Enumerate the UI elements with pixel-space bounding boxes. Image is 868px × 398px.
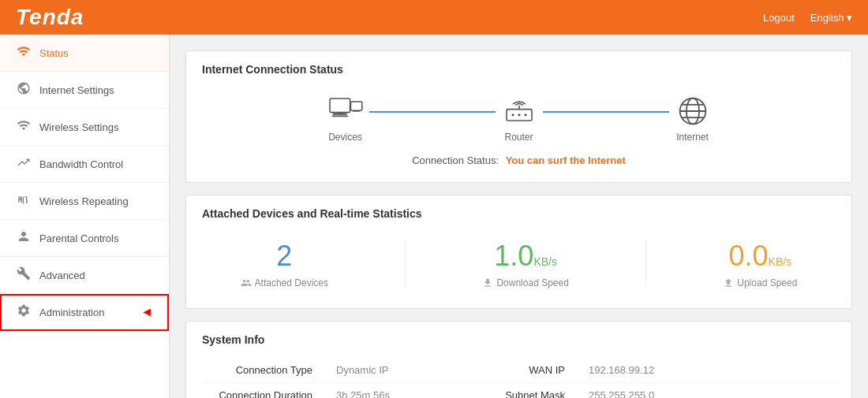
- stat-devices: 2 Attached Devices: [241, 240, 328, 288]
- devices-stat-icon: [241, 277, 252, 288]
- stat-upload: 0.0KB/s Upload Speed: [723, 240, 797, 288]
- stat-devices-count: 2: [276, 240, 292, 273]
- sidebar: Status Internet Settings Wireless Settin…: [0, 35, 170, 398]
- sidebar-label-parental: Parental Controls: [39, 232, 118, 244]
- stats-row: 2 Attached Devices 1.0KB/s Download Spee…: [202, 232, 836, 296]
- sidebar-label-admin: Administration: [39, 307, 104, 318]
- logo: Tenda: [16, 5, 84, 30]
- svg-rect-3: [331, 116, 348, 117]
- download-label-text: Download Speed: [496, 277, 568, 288]
- stat-upload-label: Upload Speed: [723, 277, 797, 288]
- connection-status: Connection Status: You can surf the Inte…: [202, 154, 836, 170]
- highlight-arrow: ◄: [140, 305, 153, 319]
- sysinfo-value2: 255.255.255.0: [581, 383, 836, 399]
- bandwidth-icon: [16, 155, 32, 173]
- internet-icon: [673, 95, 713, 127]
- sidebar-item-parental-controls[interactable]: Parental Controls: [0, 220, 169, 257]
- devices-icon: [326, 95, 365, 127]
- router-label: Router: [504, 132, 533, 143]
- router-icon: [499, 95, 539, 127]
- sysinfo-label: Connection Type: [202, 358, 328, 383]
- sysinfo-value2: 192.168.99.12: [581, 358, 836, 383]
- system-info-title: System Info: [202, 333, 836, 346]
- sidebar-label-repeating: Wireless Repeating: [39, 195, 129, 207]
- sysinfo-value: 3h 25m 56s: [328, 383, 486, 399]
- stat-download: 1.0KB/s Download Speed: [482, 240, 568, 288]
- repeating-icon: [16, 192, 32, 210]
- sidebar-label-status: Status: [39, 47, 69, 59]
- conn-line-1: [369, 111, 496, 113]
- sidebar-item-internet-settings[interactable]: Internet Settings: [0, 72, 169, 109]
- upload-icon: [723, 277, 734, 288]
- sysinfo-label: Connection Duration: [202, 383, 328, 399]
- header-right: Logout English ▾: [763, 12, 852, 24]
- sidebar-item-wireless-settings[interactable]: Wireless Settings: [0, 109, 169, 146]
- sysinfo-value: Dynamic IP: [328, 358, 486, 383]
- sidebar-label-wireless: Wireless Settings: [39, 121, 118, 133]
- logout-button[interactable]: Logout: [763, 12, 795, 24]
- stat-divider-2: [645, 240, 646, 288]
- internet-item: Internet: [673, 95, 713, 143]
- sidebar-item-administration[interactable]: Administration ◄: [0, 294, 169, 331]
- svg-point-8: [518, 113, 520, 116]
- stat-divider-1: [405, 240, 406, 288]
- sidebar-item-wireless-repeating[interactable]: Wireless Repeating: [0, 183, 169, 220]
- svg-rect-0: [330, 99, 350, 113]
- attached-devices-title: Attached Devices and Real-time Statistic…: [202, 207, 836, 220]
- stat-download-label: Download Speed: [482, 277, 568, 288]
- connection-status-value: You can surf the Internet: [506, 154, 626, 166]
- sidebar-item-advanced[interactable]: Advanced: [0, 257, 169, 294]
- download-icon: [482, 277, 493, 288]
- sysinfo-row: Connection Duration 3h 25m 56s Subnet Ma…: [202, 383, 836, 399]
- wireless-icon: [16, 118, 32, 136]
- router-item: Router: [499, 95, 539, 143]
- sysinfo-table: Connection Type Dynamic IP WAN IP 192.16…: [202, 358, 836, 398]
- svg-point-7: [511, 113, 514, 116]
- sidebar-item-bandwidth-control[interactable]: Bandwidth Control: [0, 146, 169, 183]
- stat-upload-speed: 0.0KB/s: [729, 240, 792, 273]
- upload-unit: KB/s: [769, 255, 792, 268]
- admin-icon: [16, 303, 32, 321]
- svg-point-9: [524, 113, 526, 116]
- stat-devices-label: Attached Devices: [241, 277, 328, 288]
- connection-diagram: Devices Router: [202, 87, 836, 151]
- main-content: Internet Connection Status Devices: [170, 35, 868, 398]
- sysinfo-label2: WAN IP: [486, 358, 581, 383]
- sysinfo-label2: Subnet Mask: [486, 383, 581, 399]
- system-info-card: System Info Connection Type Dynamic IP W…: [185, 321, 852, 398]
- devices-item: Devices: [326, 95, 365, 143]
- internet-connection-card: Internet Connection Status Devices: [185, 50, 852, 183]
- svg-rect-4: [350, 102, 361, 110]
- sidebar-label-advanced: Advanced: [39, 270, 85, 281]
- conn-line-2: [543, 111, 669, 113]
- parental-icon: [16, 229, 32, 247]
- internet-label: Internet: [676, 132, 709, 143]
- wifi-icon: [16, 44, 32, 61]
- sidebar-label-bandwidth: Bandwidth Control: [39, 158, 123, 170]
- header: Tenda Logout English ▾: [0, 0, 868, 35]
- connection-status-prefix: Connection Status:: [412, 154, 499, 166]
- internet-connection-title: Internet Connection Status: [202, 63, 836, 76]
- stat-download-speed: 1.0KB/s: [494, 240, 557, 273]
- sidebar-item-status[interactable]: Status: [0, 35, 169, 72]
- stat-devices-text: Attached Devices: [255, 277, 328, 288]
- devices-label: Devices: [328, 132, 362, 143]
- layout: Status Internet Settings Wireless Settin…: [0, 35, 868, 398]
- svg-rect-5: [352, 110, 360, 112]
- language-selector[interactable]: English ▾: [810, 12, 852, 24]
- sidebar-label-internet: Internet Settings: [39, 84, 114, 96]
- upload-label-text: Upload Speed: [737, 277, 797, 288]
- globe-icon: [16, 81, 32, 99]
- advanced-icon: [16, 266, 32, 284]
- attached-devices-card: Attached Devices and Real-time Statistic…: [185, 195, 852, 309]
- download-unit: KB/s: [533, 255, 557, 268]
- sysinfo-row: Connection Type Dynamic IP WAN IP 192.16…: [202, 358, 836, 383]
